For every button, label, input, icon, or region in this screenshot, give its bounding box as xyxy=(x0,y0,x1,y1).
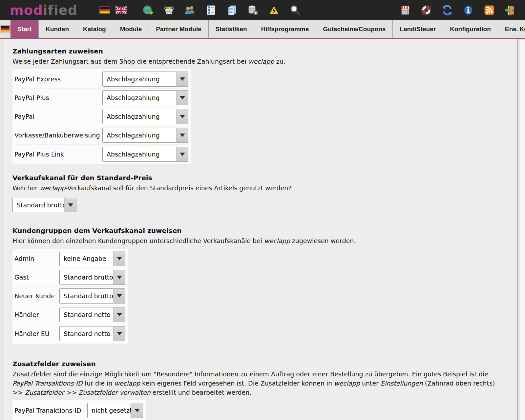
chevron-down-icon[interactable] xyxy=(113,270,125,285)
toolbar-left xyxy=(142,5,301,16)
select-value: nicht gesetzt xyxy=(87,403,131,418)
address-book-icon[interactable] xyxy=(226,5,238,16)
select-value: keine Angabe xyxy=(59,251,113,266)
tab-module[interactable]: Module xyxy=(113,20,149,38)
payment-select-vorkasse[interactable]: Abschlagzahlung xyxy=(102,128,188,143)
database-gear-icon[interactable] xyxy=(247,5,259,16)
tab-gutscheine-coupons[interactable]: Gutscheine/Coupons xyxy=(316,20,393,38)
update-sync-icon[interactable] xyxy=(442,5,453,16)
select-value: Abschlagzahlung xyxy=(102,90,176,105)
table-row: Neuer Kunde Standard brutto xyxy=(14,287,125,305)
main-nav: Start Kunden Katalog Module Partner Modu… xyxy=(0,20,525,39)
table-row: Vorkasse/Banküberweisung Abschlagzahlung xyxy=(14,126,188,145)
table-row: PayPal Plus Abschlagzahlung xyxy=(14,89,188,107)
group-select-haendler[interactable]: Standard netto xyxy=(59,307,125,322)
chevron-down-icon[interactable] xyxy=(113,288,125,304)
tab-start[interactable]: Start xyxy=(10,20,39,38)
german-flag-icon[interactable] xyxy=(99,5,110,16)
toolbar-right xyxy=(400,5,516,16)
group-select-neuer-kunde[interactable]: Standard brutto xyxy=(59,288,125,304)
scrollbar-track[interactable] xyxy=(520,40,525,420)
orders-basket-icon[interactable] xyxy=(163,5,175,16)
chevron-down-icon[interactable] xyxy=(176,147,188,162)
group-select-admin[interactable]: keine Angabe xyxy=(59,251,125,266)
payment-select-paypal[interactable]: Abschlagzahlung xyxy=(102,109,188,124)
error-log-warning-icon[interactable] xyxy=(268,5,280,16)
tab-label: Land/Steuer xyxy=(400,26,436,33)
chevron-down-icon[interactable] xyxy=(113,307,125,322)
chevron-down-icon[interactable] xyxy=(176,109,188,124)
chevron-down-icon[interactable] xyxy=(176,90,188,105)
channel-section-title: Verkaufskanal für den Standard-Preis xyxy=(12,174,497,182)
nav-german-flag-icon[interactable] xyxy=(0,20,10,38)
chevron-down-icon[interactable] xyxy=(64,198,76,212)
group-label: Händler EU xyxy=(14,330,59,337)
chevron-down-icon[interactable] xyxy=(176,128,188,143)
select-value: Abschlagzahlung xyxy=(102,128,176,143)
payment-label: PayPal Express xyxy=(14,75,102,83)
select-value: Abschlagzahlung xyxy=(102,147,176,162)
payments-section-desc: Weise jeder Zahlungsart aus dem Shop die… xyxy=(12,57,497,66)
group-label: Gast xyxy=(14,274,59,281)
tab-katalog[interactable]: Katalog xyxy=(76,20,113,38)
rss-feed-icon[interactable] xyxy=(484,5,495,16)
groups-section-desc: Hier können den einzelnen Kundengruppen … xyxy=(12,236,497,245)
table-row: Gast Standard brutto xyxy=(14,268,125,287)
chevron-down-icon[interactable] xyxy=(176,72,188,87)
select-value: Standard brutto xyxy=(59,288,113,304)
groups-table: Admin keine Angabe Gast Standard brutto … xyxy=(12,249,128,344)
tab-label: Start xyxy=(17,26,32,33)
select-value: Standard brutto xyxy=(59,270,113,285)
info-icon[interactable] xyxy=(463,5,474,16)
tab-statistiken[interactable]: Statistiken xyxy=(209,20,254,38)
chevron-down-icon[interactable] xyxy=(113,326,125,341)
payment-label: PayPal Plus xyxy=(14,94,102,101)
payment-select-paypal-plus-link[interactable]: Abschlagzahlung xyxy=(102,147,188,162)
chevron-down-icon[interactable] xyxy=(113,251,125,266)
customers-icon[interactable] xyxy=(184,5,196,16)
select-value: Standard netto xyxy=(59,326,113,341)
select-value: Standard netto xyxy=(59,307,113,322)
payment-label: PayPal Plus Link xyxy=(14,151,102,158)
tab-erw-konfiguration[interactable]: Erw. Konfiguration xyxy=(498,20,525,38)
chevron-down-icon[interactable] xyxy=(131,403,143,418)
logo-text-gray: ified xyxy=(43,3,78,18)
groups-section-title: Kundengruppen dem Verkaufskanal zuweisen xyxy=(12,227,497,235)
tab-partner-module[interactable]: Partner Module xyxy=(149,20,208,38)
tab-label: Module xyxy=(120,26,142,33)
custom-fields-section-title: Zusatzfelder zuweisen xyxy=(12,360,497,368)
tab-kunden[interactable]: Kunden xyxy=(39,20,76,38)
payments-section-title: Zahlungsarten zuweisen xyxy=(12,47,497,55)
payment-label: PayPal xyxy=(14,113,102,120)
group-select-gast[interactable]: Standard brutto xyxy=(59,270,125,285)
tab-konfiguration[interactable]: Konfiguration xyxy=(443,20,498,38)
logout-door-icon[interactable] xyxy=(505,5,516,16)
shop-icon[interactable] xyxy=(400,5,411,16)
payment-select-paypal-plus[interactable]: Abschlagzahlung xyxy=(102,90,188,105)
tab-label: Partner Module xyxy=(156,26,201,33)
help-lifebuoy-icon[interactable] xyxy=(421,5,432,16)
table-row: Händler EU Standard netto xyxy=(14,324,125,343)
tab-land-steuer[interactable]: Land/Steuer xyxy=(393,20,443,38)
payment-select-paypal-express[interactable]: Abschlagzahlung xyxy=(102,72,188,87)
table-row: PayPal Abschlagzahlung xyxy=(14,107,188,126)
tab-label: Hilfsprogramme xyxy=(261,26,309,33)
group-label: Neuer Kunde xyxy=(14,292,59,300)
custom-field-select-paypal-transaktions-id[interactable]: nicht gesetzt xyxy=(87,403,143,418)
payment-label: Vorkasse/Banküberweisung xyxy=(14,132,102,139)
search-icon[interactable] xyxy=(289,5,301,16)
modified-logo[interactable]: modified xyxy=(10,0,77,20)
custom-fields-table: PayPal Tranaktions-ID nicht gesetzt xyxy=(12,400,146,420)
languages-globe-icon[interactable] xyxy=(142,5,154,16)
tab-label: Gutscheine/Coupons xyxy=(323,26,386,33)
order-status-icon[interactable] xyxy=(205,5,217,16)
channel-select[interactable]: Standard brutto xyxy=(12,198,76,212)
tab-label: Konfiguration xyxy=(450,26,491,33)
select-value: Abschlagzahlung xyxy=(102,109,176,124)
language-flags xyxy=(99,5,127,16)
select-value: Abschlagzahlung xyxy=(102,72,176,87)
group-select-haendler-eu[interactable]: Standard netto xyxy=(59,326,125,341)
table-row: Admin keine Angabe xyxy=(14,249,125,268)
uk-flag-icon[interactable] xyxy=(116,5,127,16)
tab-hilfsprogramme[interactable]: Hilfsprogramme xyxy=(254,20,316,38)
